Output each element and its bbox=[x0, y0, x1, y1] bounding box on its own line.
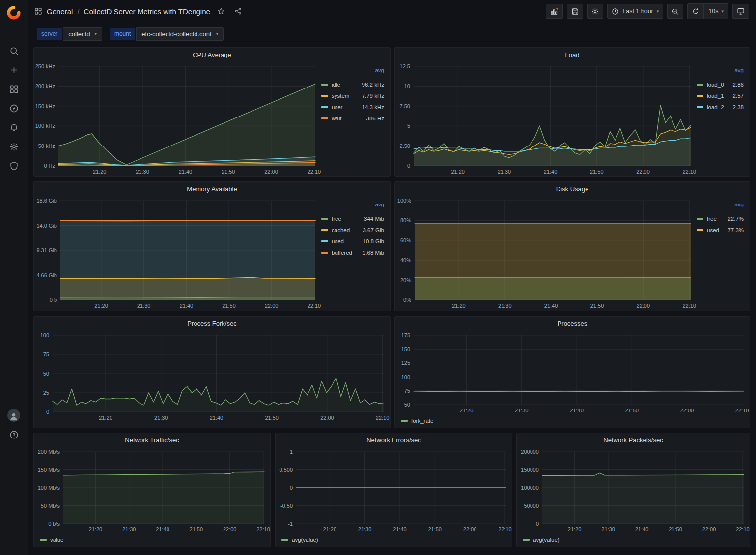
svg-text:22:00: 22:00 bbox=[264, 169, 278, 175]
series-avg: 2.38 bbox=[733, 104, 744, 110]
help-icon[interactable] bbox=[0, 428, 28, 441]
legend-item[interactable]: value bbox=[34, 534, 270, 547]
series-avg: 10.8 Gib bbox=[363, 238, 384, 244]
cycle-view-mode-button[interactable] bbox=[732, 4, 749, 19]
user-avatar[interactable] bbox=[7, 409, 20, 422]
panel-title[interactable]: Memory Available bbox=[187, 185, 237, 193]
add-panel-button[interactable] bbox=[546, 4, 563, 19]
panel-header[interactable]: Network Errors/sec bbox=[276, 433, 512, 447]
share-icon[interactable] bbox=[232, 5, 245, 18]
top-navbar: General / CollectD Server Metrics with T… bbox=[28, 0, 756, 23]
svg-text:22:10: 22:10 bbox=[736, 526, 750, 532]
panel-header[interactable]: CPU Average bbox=[34, 48, 390, 61]
memory-legend: avg free344 Mib cached3.67 Gib used10.8 … bbox=[321, 196, 390, 311]
refresh-controls: 10s ▾ bbox=[687, 3, 728, 19]
series-avg: 7.79 kHz bbox=[362, 93, 384, 99]
save-dashboard-button[interactable] bbox=[567, 4, 583, 19]
dashboards-icon[interactable] bbox=[0, 80, 28, 99]
alerting-bell-icon[interactable] bbox=[0, 118, 28, 137]
panel-title[interactable]: Disk Usage bbox=[556, 185, 588, 193]
save-icon bbox=[571, 8, 579, 15]
panel-title[interactable]: CPU Average bbox=[193, 51, 231, 58]
server-admin-shield-icon[interactable] bbox=[0, 156, 28, 175]
series-avg: 14.3 kHz bbox=[362, 104, 384, 110]
svg-text:18.6 Gib: 18.6 Gib bbox=[36, 198, 57, 204]
svg-text:175: 175 bbox=[401, 332, 410, 338]
svg-text:21:50: 21:50 bbox=[222, 169, 235, 175]
svg-text:50 kHz: 50 kHz bbox=[38, 143, 55, 149]
refresh-interval-dropdown[interactable]: 10s ▾ bbox=[703, 4, 728, 19]
svg-text:0 b: 0 b bbox=[50, 297, 57, 303]
svg-text:10: 10 bbox=[404, 83, 410, 89]
svg-text:200000: 200000 bbox=[521, 449, 539, 455]
configuration-gear-icon[interactable] bbox=[0, 137, 28, 156]
dashboard-settings-button[interactable] bbox=[587, 4, 603, 19]
series-name: used bbox=[707, 227, 719, 233]
panel-title[interactable]: Network Errors/sec bbox=[366, 437, 421, 444]
legend-item[interactable]: idle96.2 kHz bbox=[321, 79, 384, 90]
panel-header[interactable]: Network Packets/sec bbox=[517, 433, 750, 447]
svg-text:22:10: 22:10 bbox=[735, 408, 749, 413]
legend-avg-header[interactable]: avg bbox=[697, 202, 744, 213]
legend-item[interactable]: load_12.57 bbox=[697, 90, 744, 101]
series-dash bbox=[321, 229, 328, 231]
svg-text:150: 150 bbox=[401, 346, 410, 352]
series-avg: 3.67 Gib bbox=[363, 227, 384, 233]
legend-item[interactable]: fork_rate bbox=[395, 415, 750, 428]
legend-item[interactable]: user14.3 kHz bbox=[321, 101, 384, 113]
create-plus-icon[interactable] bbox=[0, 60, 28, 80]
panel-title[interactable]: Process Fork/sec bbox=[187, 320, 236, 327]
series-name: free bbox=[332, 216, 341, 222]
dashboard-title[interactable]: CollectD Server Metrics with TDengine bbox=[84, 7, 210, 16]
svg-text:22:10: 22:10 bbox=[308, 169, 321, 175]
svg-text:22:10: 22:10 bbox=[498, 526, 512, 532]
explore-compass-icon[interactable] bbox=[0, 99, 28, 118]
svg-text:21:50: 21:50 bbox=[222, 303, 236, 309]
panel-header[interactable]: Processes bbox=[395, 317, 750, 330]
svg-text:0.500: 0.500 bbox=[279, 467, 293, 473]
legend-item[interactable]: buffered1.68 Mib bbox=[321, 247, 384, 258]
variable-mount-value[interactable]: etc-collectd-collectd.conf▾ bbox=[136, 27, 224, 41]
panel-title[interactable]: Network Packets/sec bbox=[603, 437, 663, 444]
legend-item[interactable]: free22.7% bbox=[697, 213, 744, 224]
legend-item[interactable]: free344 Mib bbox=[321, 213, 384, 224]
series-name: buffered bbox=[332, 250, 352, 256]
panel-header[interactable]: Disk Usage bbox=[395, 182, 750, 196]
legend-avg-header[interactable]: avg bbox=[321, 67, 384, 79]
search-icon[interactable] bbox=[0, 41, 28, 60]
panel-title[interactable]: Processes bbox=[558, 320, 588, 327]
breadcrumb-section[interactable]: General bbox=[47, 7, 73, 16]
panel-header[interactable]: Memory Available bbox=[34, 182, 390, 196]
legend-item[interactable]: cached3.67 Gib bbox=[321, 224, 384, 235]
panel-title[interactable]: Load bbox=[565, 51, 580, 58]
series-name: free bbox=[707, 216, 717, 222]
panel-header[interactable]: Process Fork/sec bbox=[34, 317, 390, 330]
series-name: avg(value) bbox=[533, 537, 560, 543]
svg-text:0: 0 bbox=[46, 409, 49, 415]
panel-title[interactable]: Network Traffic/sec bbox=[125, 437, 179, 444]
variable-server-value[interactable]: collectd▾ bbox=[63, 27, 102, 41]
legend-avg-header[interactable]: avg bbox=[321, 202, 384, 213]
panel-header[interactable]: Network Traffic/sec bbox=[34, 433, 270, 447]
legend-item[interactable]: avg(value) bbox=[517, 534, 750, 547]
panel-memory-available: Memory Available 0 b4.66 Gib9.31 Gib14.0… bbox=[33, 181, 391, 311]
series-name: cached bbox=[332, 227, 350, 233]
svg-text:22:00: 22:00 bbox=[702, 526, 716, 532]
time-range-picker[interactable]: Last 1 hour ▾ bbox=[607, 4, 663, 19]
svg-text:200 kHz: 200 kHz bbox=[35, 83, 55, 89]
star-icon[interactable] bbox=[215, 5, 227, 18]
legend-item[interactable]: load_02.86 bbox=[697, 79, 744, 90]
legend-item[interactable]: wait386 Hz bbox=[321, 113, 384, 124]
legend-item[interactable]: load_22.38 bbox=[697, 101, 744, 113]
legend-item[interactable]: avg(value) bbox=[276, 534, 512, 547]
cpu-average-chart: 0 Hz50 kHz100 kHz150 kHz200 kHz250 kHz21… bbox=[34, 61, 321, 176]
legend-item[interactable]: used77.3% bbox=[697, 224, 744, 235]
legend-item[interactable]: system7.79 kHz bbox=[321, 90, 384, 101]
legend-item[interactable]: used10.8 Gib bbox=[321, 235, 384, 247]
zoom-out-time-button[interactable] bbox=[667, 4, 683, 19]
svg-text:22:10: 22:10 bbox=[256, 526, 270, 532]
refresh-button[interactable] bbox=[688, 4, 703, 19]
grafana-logo[interactable] bbox=[0, 0, 28, 26]
panel-header[interactable]: Load bbox=[395, 48, 750, 61]
legend-avg-header[interactable]: avg bbox=[697, 67, 744, 79]
